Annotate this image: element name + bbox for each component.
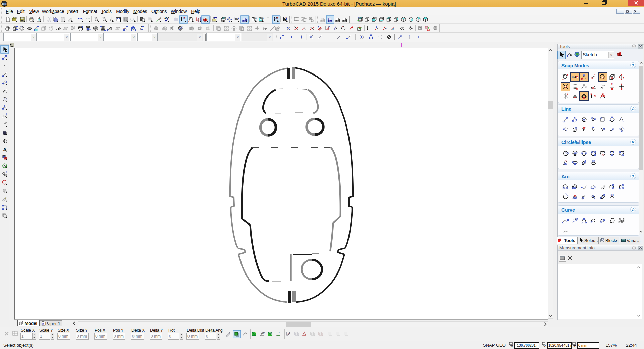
svg-text:UP: UP <box>270 332 272 334</box>
svg-text:WP: WP <box>262 332 265 334</box>
svg-text:P: P <box>279 332 280 333</box>
svg-text:Z: Z <box>574 345 576 348</box>
svg-text:X: X <box>511 345 513 348</box>
svg-text:Y: Y <box>544 345 546 348</box>
